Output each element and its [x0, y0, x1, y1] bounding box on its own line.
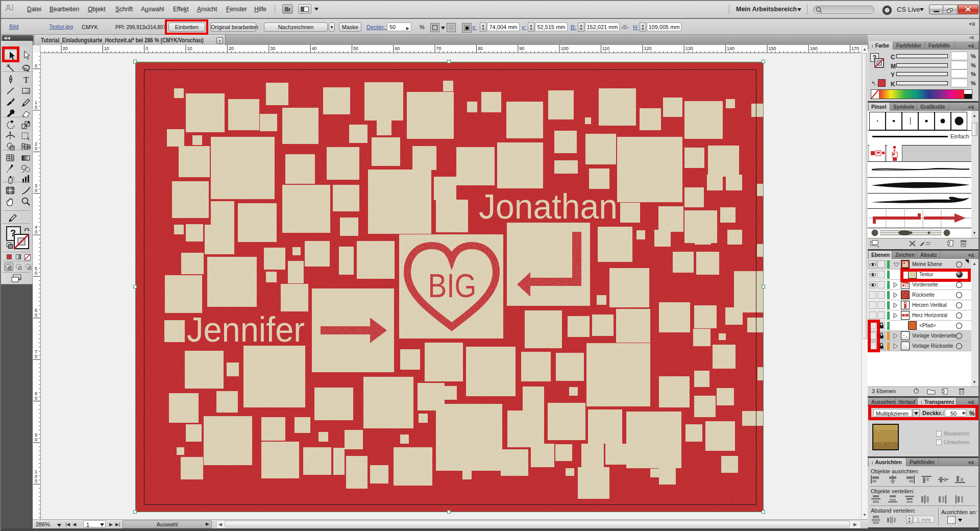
svg-text:0: 0: [35, 63, 37, 68]
svg-text:130: 130: [685, 46, 693, 51]
svg-text:0: 0: [35, 478, 37, 484]
svg-text:90: 90: [519, 46, 524, 51]
svg-text:0: 0: [35, 312, 37, 318]
svg-text:0: 0: [35, 105, 37, 110]
svg-text:20: 20: [63, 46, 68, 51]
svg-text:40: 40: [312, 46, 317, 51]
svg-text:10: 10: [187, 46, 192, 51]
svg-text:150: 150: [769, 46, 776, 51]
svg-text:0: 0: [35, 271, 37, 276]
svg-text:100: 100: [561, 46, 569, 51]
svg-text:0: 0: [35, 229, 37, 234]
svg-text:T: T: [23, 75, 29, 85]
svg-text:0: 0: [35, 437, 37, 442]
svg-text:20: 20: [229, 46, 234, 51]
svg-text:10: 10: [104, 46, 109, 51]
svg-text:0: 0: [35, 354, 37, 359]
svg-text:0: 0: [35, 396, 37, 401]
svg-text:0: 0: [35, 146, 37, 151]
svg-text:50: 50: [353, 46, 358, 51]
svg-text:120: 120: [644, 46, 651, 51]
svg-text:0: 0: [35, 188, 37, 193]
svg-text:160: 160: [810, 46, 818, 51]
svg-text:170: 170: [851, 46, 859, 51]
svg-text:30: 30: [270, 46, 275, 51]
svg-text:80: 80: [478, 46, 483, 51]
svg-text:140: 140: [727, 46, 734, 51]
svg-text:0: 0: [145, 46, 148, 51]
svg-text:60: 60: [395, 46, 400, 51]
svg-text:110: 110: [602, 46, 609, 51]
svg-text:70: 70: [436, 46, 442, 51]
